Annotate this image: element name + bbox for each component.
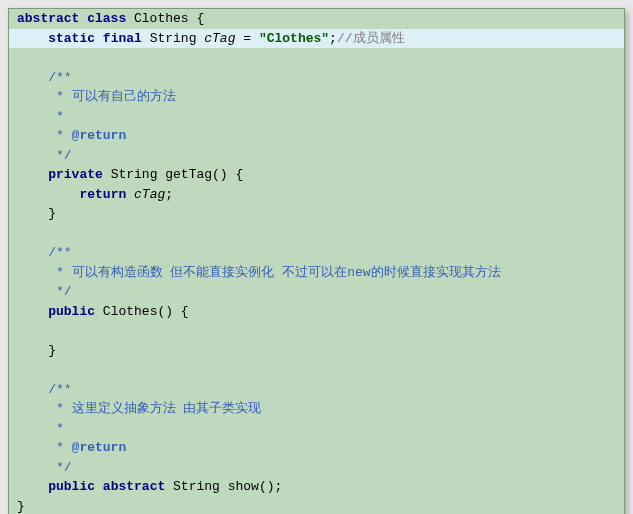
method-sig: getTag() { xyxy=(165,167,243,182)
javadoc: * 可以有自己的方法 xyxy=(17,89,176,104)
code-line: public Clothes() { xyxy=(9,302,624,322)
code-line: private String getTag() { xyxy=(9,165,624,185)
javadoc-line: */ xyxy=(9,146,624,166)
javadoc: /** xyxy=(17,70,72,85)
code-line: abstract class Clothes { xyxy=(9,9,624,29)
code-line xyxy=(9,224,624,244)
code-block: abstract class Clothes { static final St… xyxy=(8,8,625,514)
code-line xyxy=(9,360,624,380)
code-line: } xyxy=(9,341,624,361)
javadoc-line: * @return xyxy=(9,126,624,146)
class-name: Clothes { xyxy=(126,11,204,26)
code-line: return cTag; xyxy=(9,185,624,205)
method-sig: show(); xyxy=(228,479,283,494)
keyword: private xyxy=(48,167,103,182)
javadoc: * xyxy=(17,421,64,436)
javadoc: */ xyxy=(17,284,72,299)
javadoc-line: /** xyxy=(9,243,624,263)
text: ; xyxy=(329,31,337,46)
javadoc-line: */ xyxy=(9,282,624,302)
javadoc: */ xyxy=(17,460,72,475)
javadoc-tag: @return xyxy=(72,128,127,143)
javadoc: /** xyxy=(17,382,72,397)
keyword: public abstract xyxy=(48,479,165,494)
javadoc-line: * 这里定义抽象方法 由其子类实现 xyxy=(9,399,624,419)
type: String xyxy=(142,31,204,46)
brace: } xyxy=(17,499,25,514)
type: String xyxy=(165,479,227,494)
code-line-highlight: static final String cTag = "Clothes";//成… xyxy=(9,29,624,49)
javadoc-tag: @return xyxy=(72,440,127,455)
javadoc-line: * xyxy=(9,419,624,439)
type: String xyxy=(103,167,165,182)
code-line: } xyxy=(9,497,624,515)
javadoc: * 这里定义抽象方法 由其子类实现 xyxy=(17,401,261,416)
javadoc: * xyxy=(17,128,72,143)
javadoc-line: /** xyxy=(9,68,624,88)
javadoc: * xyxy=(17,109,64,124)
code-line xyxy=(9,321,624,341)
brace: } xyxy=(17,206,56,221)
string-literal: "Clothes" xyxy=(259,31,329,46)
javadoc-line: /** xyxy=(9,380,624,400)
javadoc-line: * 可以有构造函数 但不能直接实例化 不过可以在new的时候直接实现其方法 xyxy=(9,263,624,283)
field: cTag xyxy=(134,187,165,202)
javadoc-line: */ xyxy=(9,458,624,478)
javadoc: * xyxy=(17,440,72,455)
code-line xyxy=(9,48,624,68)
text xyxy=(126,187,134,202)
javadoc: /** xyxy=(17,245,72,260)
keyword: return xyxy=(79,187,126,202)
brace: } xyxy=(17,343,56,358)
field: cTag xyxy=(204,31,235,46)
javadoc-line: * @return xyxy=(9,438,624,458)
comment: //成员属性 xyxy=(337,31,405,46)
code-line: } xyxy=(9,204,624,224)
keyword: static final xyxy=(48,31,142,46)
javadoc-line: * 可以有自己的方法 xyxy=(9,87,624,107)
text: = xyxy=(235,31,258,46)
keyword: abstract class xyxy=(17,11,126,26)
javadoc-line: * xyxy=(9,107,624,127)
text: ; xyxy=(165,187,173,202)
javadoc: */ xyxy=(17,148,72,163)
keyword: public xyxy=(48,304,95,319)
javadoc: * 可以有构造函数 但不能直接实例化 不过可以在new的时候直接实现其方法 xyxy=(17,265,501,280)
code-line: public abstract String show(); xyxy=(9,477,624,497)
ctor-sig: Clothes() { xyxy=(95,304,189,319)
